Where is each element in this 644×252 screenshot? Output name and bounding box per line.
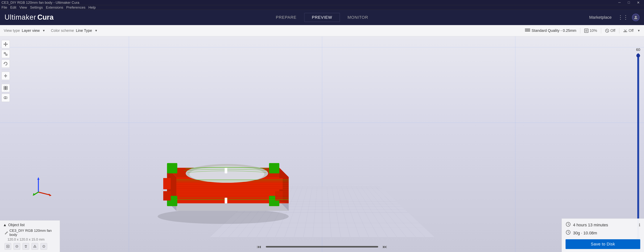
rotate-tool-button[interactable] [2,60,10,68]
svg-rect-46 [6,54,7,56]
svg-marker-43 [4,44,4,45]
object-list-item[interactable]: CE3_DIY RGB 120mm fan body [3,228,57,237]
object-item-name: CE3_DIY RGB 120mm fan body [10,228,57,237]
infill-value: 10% [590,28,597,33]
svg-rect-53 [6,86,7,88]
layer-progress-bar[interactable] [266,246,378,248]
viewport[interactable]: 60 ▲ Object list CE3_DIY RGB 120mm fan b… [0,36,644,252]
titlebar: CE3_DIY RGB 120mm fan body - Ultimaker C… [0,0,644,5]
svg-rect-3 [525,31,530,32]
menu-edit[interactable]: Edit [10,6,16,10]
layer-progress-fill [266,246,378,248]
user-avatar[interactable] [632,14,640,21]
color-scheme-label: Color scheme [51,28,74,33]
color-scheme-option: Color scheme Line Type ▼ [51,28,98,33]
apps-icon[interactable]: ⋮⋮ [618,14,628,20]
header-right: Marketplace ⋮⋮ [587,14,640,21]
menu-help[interactable]: Help [88,6,96,10]
object-action-btn-3[interactable] [22,243,29,250]
menu-file[interactable]: File [2,6,7,10]
quality-selector[interactable]: Standard Quality - 0.25mm [525,28,576,34]
svg-rect-18 [167,163,177,173]
svg-rect-25 [275,191,283,200]
menu-view[interactable]: View [19,6,27,10]
svg-rect-27 [225,198,227,203]
settings-dropdown-icon[interactable]: ▼ [637,29,640,32]
svg-line-47 [6,54,6,54]
svg-point-8 [158,209,289,224]
adhesion-item[interactable]: Off [623,28,634,33]
object-list-header[interactable]: ▲ Object list [3,223,57,227]
color-scheme-dropdown-icon[interactable]: ▼ [95,29,98,32]
print-time-icon [566,222,571,228]
titlebar-title: CE3_DIY RGB 120mm fan body - Ultimaker C… [2,0,80,5]
object-action-btn-4[interactable] [32,243,38,250]
minimize-button[interactable]: ─ [615,0,624,5]
forward-button[interactable]: ⏭ [381,244,389,250]
view-type-label: View type [4,28,20,33]
tab-prepare[interactable]: PREPARE [268,13,304,22]
print-weight-row: 30g · 10.08m [566,230,640,236]
supports-item[interactable]: Off [605,28,615,33]
close-button[interactable]: ✕ [634,0,642,5]
color-scheme-value[interactable]: Line Type [76,28,92,33]
save-to-disk-button[interactable]: Save to Disk [566,239,640,249]
viewbar-right: Standard Quality - 0.25mm 10% Off Off [525,28,640,34]
menu-settings[interactable]: Settings [30,6,43,10]
menu-extensions[interactable]: Extensions [46,6,63,10]
time-detail-icon[interactable]: ℹ [639,222,640,228]
svg-line-6 [606,30,608,32]
scale-tool-button[interactable] [2,50,10,58]
object-list-collapse-icon: ▲ [3,223,7,227]
model-3d [148,130,298,224]
print-time-row: 4 hours 13 minutes ℹ [566,222,640,228]
svg-rect-52 [4,86,6,88]
separator-3 [619,28,619,34]
guide-line-v3 [515,36,516,252]
object-action-btn-2[interactable] [14,243,20,250]
edit-icon [4,231,8,234]
supports-value: Off [610,28,615,33]
svg-marker-40 [33,193,36,196]
maximize-button[interactable]: □ [624,0,633,5]
axis-indicator [33,175,55,198]
infill-item[interactable]: 10% [584,28,597,33]
view-type-value[interactable]: Layer view [22,28,40,33]
svg-marker-42 [5,45,6,46]
object-action-btn-5[interactable] [40,243,47,250]
view-type-option: View type Layer view ▼ [4,28,45,33]
tab-monitor[interactable]: MONITOR [340,13,376,22]
bottom-controls: ⏮ ⏭ [255,244,389,250]
svg-rect-23 [163,191,171,200]
svg-rect-22 [163,178,171,189]
svg-marker-48 [4,63,5,64]
menubar: File Edit View Settings Extensions Prefe… [0,5,644,10]
svg-rect-54 [4,88,6,90]
rewind-button[interactable]: ⏮ [255,244,263,250]
layer-max-value: 60 [636,48,640,52]
titlebar-controls: ─ □ ✕ [615,0,642,5]
group-tool-button[interactable] [2,94,10,102]
logo: Ultimaker Cura [4,13,54,21]
layer-slider-thumb-top[interactable] [636,54,640,58]
object-item-dimensions: 120.0 x 120.0 x 15.0 mm [3,238,57,242]
tab-preview[interactable]: PREVIEW [304,13,340,22]
mirror-tool-button[interactable] [2,72,10,80]
svg-marker-51 [6,75,7,77]
svg-rect-26 [225,168,227,173]
toolbar-divider-2 [2,82,10,82]
move-tool-button[interactable] [2,40,10,48]
object-action-btn-1[interactable] [4,243,11,250]
layer-slider[interactable] [637,53,639,241]
layer-slider-fill [637,53,639,241]
svg-point-0 [635,16,637,18]
layer-slider-container: 60 [636,48,640,241]
svg-line-37 [38,192,50,195]
svg-line-72 [568,224,569,225]
info-panel: 4 hours 13 minutes ℹ 30g · 10.08m Save t… [562,218,644,252]
quality-icon [525,28,530,34]
menu-preferences[interactable]: Preferences [66,6,85,10]
marketplace-button[interactable]: Marketplace [587,14,614,21]
view-type-dropdown-icon[interactable]: ▼ [42,29,45,32]
arrange-tool-button[interactable] [2,84,10,92]
